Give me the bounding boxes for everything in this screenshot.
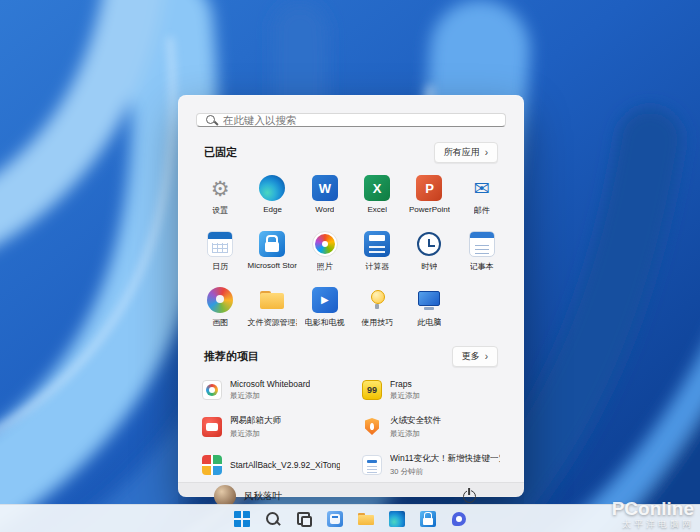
taskbar-edge-browser-button[interactable]: [385, 507, 409, 531]
startallback-icon: [202, 455, 222, 475]
edge-icon: [259, 175, 285, 201]
pinned-app-notepad[interactable]: 记事本: [456, 228, 508, 275]
recommended-item-meta: 最近添加: [390, 429, 441, 439]
pinned-app-photos[interactable]: 照片: [299, 228, 351, 275]
start-icon: [234, 511, 250, 527]
more-label: 更多: [462, 350, 480, 363]
word-icon: W: [312, 175, 338, 201]
app-label: 时钟: [421, 261, 437, 272]
pc-icon: [416, 287, 442, 313]
recommended-item-name: Fraps: [390, 379, 420, 389]
huorong-icon: [362, 417, 382, 437]
task-view-icon: [296, 511, 312, 527]
recommended-item-name: Win11变化大！新增快捷键一览: [390, 453, 500, 465]
pinned-app-pc[interactable]: 此电脑: [403, 284, 455, 331]
app-label: 记事本: [470, 261, 494, 272]
recommended-item-startallback[interactable]: StartAllBack_V2.9.92_XiTongZhi.ia: [194, 448, 348, 482]
app-label: Edge: [263, 205, 282, 214]
taskbar-widgets-button[interactable]: [323, 507, 347, 531]
taskbar-task-view-button[interactable]: [292, 507, 316, 531]
recommended-item-whiteboard[interactable]: Microsoft Whiteboard 最近添加: [194, 374, 348, 406]
fraps-icon: 99: [362, 380, 382, 400]
chevron-right-icon: ›: [485, 352, 488, 362]
app-label: 设置: [212, 205, 228, 216]
taskbar-chat-button[interactable]: [447, 507, 471, 531]
taskbar-start-button[interactable]: [230, 507, 254, 531]
pinned-app-tips[interactable]: 使用技巧: [351, 284, 403, 331]
app-label: Microsoft Store: [247, 261, 297, 270]
pinned-app-calendar[interactable]: 日历: [194, 228, 246, 275]
notepad-icon: [469, 231, 495, 257]
app-label: 邮件: [474, 205, 490, 216]
search-box[interactable]: [196, 113, 506, 127]
pinned-app-mail[interactable]: ✉ 邮件: [456, 172, 508, 219]
recommended-item-meta: 最近添加: [390, 391, 420, 401]
app-label: 画图: [212, 317, 228, 328]
start-menu: 已固定 所有应用 › ⚙ 设置 Edge W Word: [178, 95, 524, 497]
explorer-icon: [259, 287, 285, 313]
app-label: 日历: [212, 261, 228, 272]
recommended-item-name: 火绒安全软件: [390, 415, 441, 427]
pinned-app-explorer[interactable]: 文件资源管理器: [246, 284, 298, 331]
whiteboard-icon: [202, 380, 222, 400]
calendar-icon: [207, 231, 233, 257]
app-label: 电影和电视: [305, 317, 345, 328]
app-label: PowerPoint: [409, 205, 450, 214]
chat-icon: [451, 511, 467, 527]
recommended-item-meta: 最近添加: [230, 429, 281, 439]
store-icon: [259, 231, 285, 257]
recommended-item-netease[interactable]: 网易邮箱大师 最近添加: [194, 410, 348, 444]
pinned-app-excel[interactable]: X Excel: [351, 172, 403, 219]
recommended-item-huorong[interactable]: 火绒安全软件 最近添加: [354, 410, 508, 444]
netease-icon: [202, 417, 222, 437]
photos-icon: [312, 231, 338, 257]
pinned-app-clock[interactable]: 时钟: [403, 228, 455, 275]
calculator-icon: [364, 231, 390, 257]
user-name: 风秋落叶: [244, 490, 282, 503]
pinned-section-title: 已固定: [204, 145, 237, 160]
doc-icon: [362, 455, 382, 475]
taskbar-ms-store-button[interactable]: [416, 507, 440, 531]
app-label: 计算器: [365, 261, 389, 272]
pinned-app-calculator[interactable]: 计算器: [351, 228, 403, 275]
recommended-item-fraps[interactable]: 99 Fraps 最近添加: [354, 374, 508, 406]
search-input[interactable]: [223, 114, 496, 126]
power-icon: [463, 490, 476, 503]
pinned-app-edge[interactable]: Edge: [246, 172, 298, 219]
pinned-app-settings[interactable]: ⚙ 设置: [194, 172, 246, 219]
pinned-app-word[interactable]: W Word: [299, 172, 351, 219]
tips-icon: [364, 287, 390, 313]
clock-icon: [416, 231, 442, 257]
pinned-app-paint[interactable]: 画图: [194, 284, 246, 331]
desktop: 已固定 所有应用 › ⚙ 设置 Edge W Word: [0, 0, 700, 532]
app-label: 文件资源管理器: [247, 317, 297, 328]
recommended-grid: Microsoft Whiteboard 最近添加 99 Fraps 最近添加: [194, 374, 508, 482]
more-button[interactable]: 更多 ›: [452, 346, 498, 367]
pinned-section-header: 已固定 所有应用 ›: [204, 142, 498, 163]
search-icon: [206, 115, 217, 126]
app-label: Excel: [367, 205, 387, 214]
movies-icon: ▶: [312, 287, 338, 313]
taskbar: [0, 504, 700, 532]
widgets-icon: [327, 511, 343, 527]
all-apps-label: 所有应用: [444, 146, 480, 159]
chevron-right-icon: ›: [485, 148, 488, 158]
recommended-item-meta: 最近添加: [230, 391, 310, 401]
pinned-apps-grid: ⚙ 设置 Edge W Word X Excel: [194, 172, 508, 331]
powerpoint-icon: P: [416, 175, 442, 201]
recommended-item-meta: 30 分钟前: [390, 467, 500, 477]
ms-store-icon: [420, 511, 436, 527]
recommended-item-name: StartAllBack_V2.9.92_XiTongZhi.ia: [230, 460, 340, 470]
recommended-item-name: 网易邮箱大师: [230, 415, 281, 427]
pinned-app-movies[interactable]: ▶ 电影和电视: [299, 284, 351, 331]
pinned-app-store[interactable]: Microsoft Store: [246, 228, 298, 275]
recommended-item-doc[interactable]: Win11变化大！新增快捷键一览 30 分钟前: [354, 448, 508, 482]
edge-browser-icon: [389, 511, 405, 527]
all-apps-button[interactable]: 所有应用 ›: [434, 142, 498, 163]
file-explorer-icon: [358, 511, 374, 527]
taskbar-file-explorer-button[interactable]: [354, 507, 378, 531]
taskbar-search-button[interactable]: [261, 507, 285, 531]
excel-icon: X: [364, 175, 390, 201]
pinned-app-powerpoint[interactable]: P PowerPoint: [403, 172, 455, 219]
mail-icon: ✉: [469, 175, 495, 201]
